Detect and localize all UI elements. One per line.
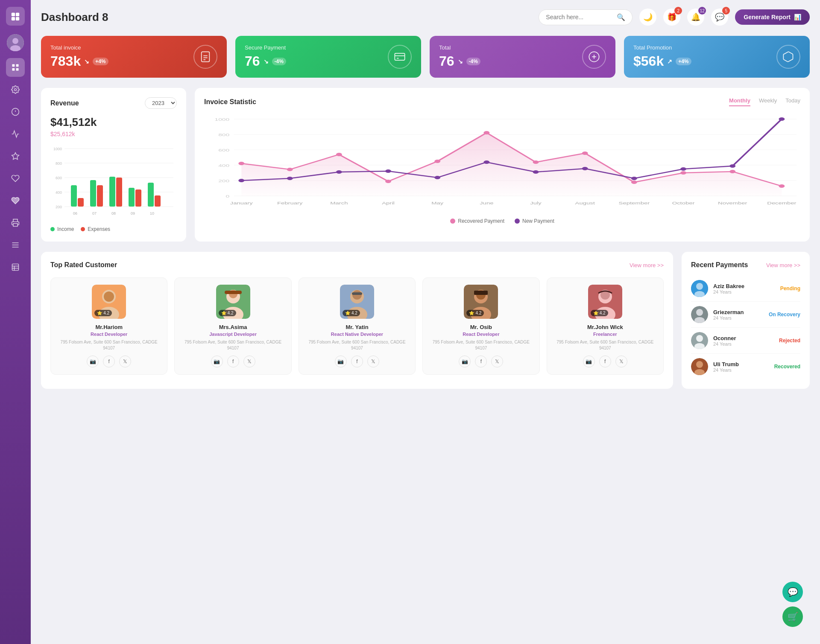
facebook-icon-2[interactable]: f <box>351 356 363 367</box>
svg-point-88 <box>483 160 489 164</box>
rating-badge-2: ⭐ 4.2 <box>343 310 360 316</box>
stat-card-total-change: -4% <box>466 58 480 65</box>
payment-item-0: Aziz Bakree 24 Years Pending <box>691 276 800 302</box>
twitter-icon-1[interactable]: 𝕏 <box>243 356 255 367</box>
payments-card: Recent Payments View more >> Aziz Bakree… <box>682 252 810 389</box>
svg-rect-2 <box>12 17 15 20</box>
cart-float-button[interactable]: 🛒 <box>782 606 803 627</box>
svg-point-74 <box>385 180 391 183</box>
svg-rect-50 <box>109 177 115 207</box>
gift-button[interactable]: 🎁 2 <box>663 9 680 26</box>
customer-card-2: ⭐ 4.2 Mr. Yatin React Native Developer 7… <box>299 277 416 375</box>
tab-weekly[interactable]: Weekly <box>759 97 777 106</box>
new-payment-dot <box>515 219 520 224</box>
instagram-icon-2[interactable]: 📷 <box>335 356 347 367</box>
payment-item-3: Uli Trumb 24 Years Recovered <box>691 354 800 379</box>
customer-role-0: React Developer <box>91 332 127 337</box>
sidebar-item-heart[interactable] <box>6 169 25 188</box>
facebook-icon-3[interactable]: f <box>475 356 487 367</box>
svg-point-90 <box>582 167 588 170</box>
facebook-icon-0[interactable]: f <box>103 356 115 367</box>
stat-card-invoice[interactable]: Total invoice 783k ↘ +4% <box>41 36 227 78</box>
twitter-icon-0[interactable]: 𝕏 <box>119 356 131 367</box>
facebook-icon-1[interactable]: f <box>227 356 239 367</box>
svg-rect-1 <box>16 13 19 16</box>
instagram-icon-4[interactable]: 📷 <box>583 356 595 367</box>
twitter-icon-3[interactable]: 𝕏 <box>491 356 503 367</box>
svg-text:1000: 1000 <box>53 147 62 151</box>
rating-badge-3: ⭐ 4.2 <box>466 310 484 316</box>
customers-title: Top Rated Customer <box>50 261 117 269</box>
svg-text:March: March <box>330 201 348 205</box>
payment-years-0: 24 Years <box>713 289 775 294</box>
stat-card-total[interactable]: Total 76 ↘ -4% <box>430 36 615 78</box>
svg-text:800: 800 <box>218 133 229 137</box>
svg-point-93 <box>729 164 735 168</box>
sidebar-item-favorites[interactable] <box>6 147 25 166</box>
invoice-title: Invoice Statistic <box>204 98 256 106</box>
stat-card-payment[interactable]: Secure Payment 76 ↘ -4% <box>235 36 421 78</box>
sidebar-item-dashboard[interactable] <box>6 58 25 77</box>
instagram-icon-3[interactable]: 📷 <box>459 356 471 367</box>
search-input[interactable] <box>546 14 613 20</box>
svg-rect-16 <box>13 224 18 227</box>
svg-point-77 <box>533 160 539 164</box>
customer-role-1: Javascript Developer <box>209 332 257 337</box>
payments-view-more[interactable]: View more >> <box>766 262 800 268</box>
svg-point-140 <box>696 361 703 368</box>
legend-expenses: Expenses <box>81 226 110 232</box>
stat-card-promo-icon <box>776 45 800 69</box>
support-float-button[interactable]: 💬 <box>782 582 803 602</box>
customers-view-more[interactable]: View more >> <box>630 262 664 268</box>
sidebar-item-print[interactable] <box>6 213 25 232</box>
twitter-icon-2[interactable]: 𝕏 <box>367 356 379 367</box>
tab-monthly[interactable]: Monthly <box>729 97 750 106</box>
user-avatar[interactable] <box>7 34 24 51</box>
svg-point-89 <box>533 170 539 174</box>
bell-button[interactable]: 🔔 12 <box>687 9 704 26</box>
theme-toggle-button[interactable]: 🌙 <box>639 9 656 26</box>
stat-card-invoice-change: +4% <box>93 58 108 65</box>
svg-rect-53 <box>129 188 135 207</box>
payment-status-0: Pending <box>780 286 800 291</box>
year-select[interactable]: 202320222021 <box>145 97 177 109</box>
payment-name-2: Oconner <box>713 335 774 341</box>
chat-button[interactable]: 💬 5 <box>711 9 728 26</box>
recovered-dot <box>450 219 455 224</box>
svg-point-82 <box>779 184 785 188</box>
instagram-icon-1[interactable]: 📷 <box>211 356 223 367</box>
header-right: 🔍 🌙 🎁 2 🔔 12 💬 5 Generate Report 📊 <box>539 9 810 26</box>
search-box[interactable]: 🔍 <box>539 9 633 25</box>
customer-avatar-2: ⭐ 4.2 <box>340 285 374 319</box>
payment-status-2: Rejected <box>779 338 800 344</box>
payment-years-3: 24 Years <box>713 367 769 373</box>
sidebar-item-analytics[interactable] <box>6 125 25 143</box>
sidebar-item-info[interactable] <box>6 102 25 121</box>
customer-role-4: Freelancer <box>593 332 617 337</box>
main-content: Dashboard 8 🔍 🌙 🎁 2 🔔 12 💬 5 Generate Re… <box>31 0 820 644</box>
stat-card-promo[interactable]: Total Promotion $56k ↗ +4% <box>624 36 810 78</box>
svg-text:June: June <box>480 201 493 205</box>
sidebar-item-menu[interactable] <box>6 236 25 254</box>
facebook-icon-4[interactable]: f <box>599 356 611 367</box>
chat-badge: 5 <box>722 7 730 15</box>
svg-text:July: July <box>530 201 542 205</box>
customer-address-3: 795 Folsom Ave, Suite 600 San Francisco,… <box>428 339 534 351</box>
payment-status-1: On Recovery <box>769 312 800 318</box>
sidebar-item-list[interactable] <box>6 258 25 277</box>
instagram-icon-0[interactable]: 📷 <box>87 356 99 367</box>
revenue-amount: $41,512k <box>50 116 177 129</box>
svg-text:January: January <box>230 201 253 205</box>
tab-today[interactable]: Today <box>785 97 800 106</box>
generate-report-button[interactable]: Generate Report 📊 <box>735 9 810 25</box>
sidebar-logo[interactable] <box>6 7 25 26</box>
customer-address-4: 795 Folsom Ave, Suite 600 San Francisco,… <box>552 339 658 351</box>
twitter-icon-4[interactable]: 𝕏 <box>615 356 627 367</box>
customer-card-4: ⭐ 4.2 Mr.John Wick Freelancer 795 Folsom… <box>547 277 664 375</box>
customer-name-4: Mr.John Wick <box>587 324 623 330</box>
svg-rect-44 <box>71 185 77 207</box>
sidebar-item-settings[interactable] <box>6 80 25 99</box>
svg-text:February: February <box>277 201 303 205</box>
sidebar-item-heart2[interactable] <box>6 191 25 210</box>
payment-name-0: Aziz Bakree <box>713 283 775 289</box>
